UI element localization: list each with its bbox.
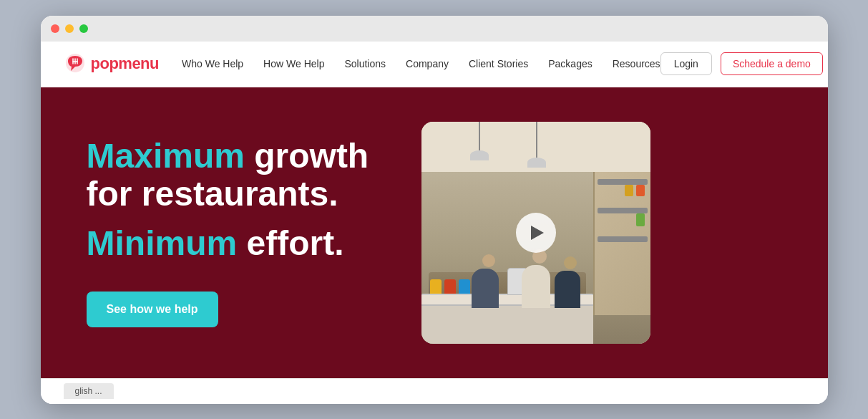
browser-maximize-dot[interactable] — [79, 24, 88, 33]
bottom-tab[interactable]: glish ... — [64, 383, 114, 399]
product-1 — [636, 185, 645, 196]
restaurant-scene — [421, 122, 650, 344]
hero-section: Maximum growth for restaurants. Minimum … — [41, 87, 828, 378]
hero-headline-highlight: Maximum — [87, 137, 245, 175]
nav-solutions[interactable]: Solutions — [344, 58, 386, 69]
browser-titlebar — [41, 16, 828, 42]
person-customer-1 — [529, 249, 550, 308]
person-customer-2 — [561, 256, 580, 308]
browser-minimize-dot[interactable] — [65, 24, 74, 33]
nav-who-we-help[interactable]: Who We Help — [182, 58, 243, 69]
nav-packages[interactable]: Packages — [548, 58, 592, 69]
logo-icon — [64, 52, 87, 75]
shelf-1 — [598, 179, 648, 185]
hero-headline: Maximum growth for restaurants. — [87, 138, 387, 213]
pendant-light-2 — [536, 122, 537, 158]
hero-subheadline-rest: effort. — [237, 224, 343, 262]
nav-how-we-help[interactable]: How We Help — [263, 58, 324, 69]
pendant-shade-2 — [527, 158, 546, 168]
hero-content: Maximum growth for restaurants. Minimum … — [87, 138, 387, 327]
logo-text: popmenu — [91, 54, 160, 73]
video-play-button[interactable] — [516, 213, 556, 253]
hero-subheadline-highlight: Minimum — [87, 224, 238, 262]
nav-company[interactable]: Company — [406, 58, 449, 69]
browser-close-dot[interactable] — [51, 24, 59, 33]
person-customer-2-body — [555, 271, 580, 308]
pendant-light-1 — [479, 122, 480, 150]
nav-links: Who We Help How We Help Solutions Compan… — [182, 58, 660, 69]
person-customer-2-head — [564, 256, 577, 269]
schedule-demo-button[interactable]: Schedule a demo — [721, 52, 823, 75]
person-customer-1-body — [522, 265, 550, 308]
shelf-2 — [598, 208, 648, 213]
logo-area[interactable]: popmenu — [64, 52, 160, 75]
nav-resources[interactable]: Resources — [613, 58, 660, 69]
counter-front — [421, 304, 593, 344]
person-staff-body — [472, 269, 499, 308]
person-staff-head — [482, 254, 495, 267]
browser-window: popmenu Who We Help How We Help Solution… — [41, 16, 828, 404]
nav-client-stories[interactable]: Client Stories — [469, 58, 528, 69]
bottom-bar: glish ... — [41, 378, 828, 404]
product-2 — [625, 185, 633, 196]
see-how-we-help-button[interactable]: See how we help — [87, 292, 218, 327]
nav-actions: Login Schedule a demo — [660, 52, 823, 75]
login-button[interactable]: Login — [660, 52, 712, 75]
product-3 — [636, 213, 645, 226]
main-navbar: popmenu Who We Help How We Help Solution… — [41, 42, 828, 87]
person-staff — [479, 254, 499, 308]
pendant-shade-1 — [470, 150, 489, 160]
hero-image — [421, 122, 650, 344]
play-triangle-icon — [531, 226, 544, 240]
shelf-3 — [598, 236, 648, 242]
hero-subheadline: Minimum effort. — [87, 225, 387, 263]
